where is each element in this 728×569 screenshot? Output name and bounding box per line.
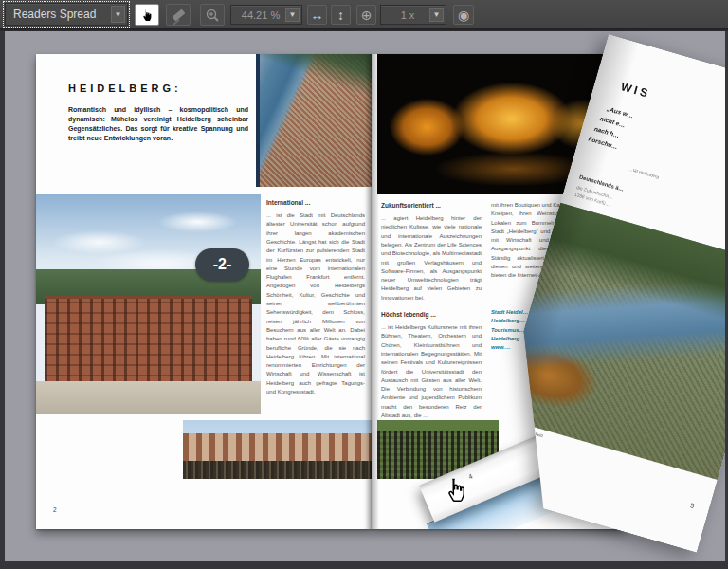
hand-cursor xyxy=(442,476,470,505)
scale-value: 1 x xyxy=(401,9,415,21)
zoom-step-button[interactable]: ⊕ xyxy=(356,5,376,25)
scale-combo[interactable]: 1 x ▼ xyxy=(380,5,446,25)
column-body: ... ist die Stadt mit Deutschlands ältes… xyxy=(266,211,365,396)
page-indicator-badge: -2- xyxy=(195,248,249,281)
fit-width-icon: ↔ xyxy=(311,9,324,22)
zoom-percent-combo[interactable]: 44.21 % ▼ xyxy=(230,5,302,25)
view-mode-dropdown[interactable]: Readers Spread ▼ xyxy=(5,3,128,26)
flipbook-viewer-window: Readers Spread ▼ 44.21 % ▼ ↔ ↕ ⊕ xyxy=(0,0,728,569)
left-page[interactable]: HEIDELBERG: Romantisch und idyllisch – k… xyxy=(36,54,372,529)
photo-buildings xyxy=(183,433,372,464)
zoom-percent-value: 44.21 % xyxy=(242,9,280,21)
quote-line: nicht e… xyxy=(599,115,626,128)
chevron-down-icon[interactable]: ▼ xyxy=(111,6,125,23)
page-number-left: 2 xyxy=(53,506,57,513)
hand-icon xyxy=(139,8,155,23)
photo-building-facade xyxy=(45,296,251,387)
fit-height-icon: ↕ xyxy=(337,9,344,22)
photo-caption: …tät Heidelberg xyxy=(628,167,660,180)
viewer-frame-left xyxy=(0,31,5,569)
photo-university-building xyxy=(36,194,261,414)
chevron-down-icon[interactable]: ▼ xyxy=(429,8,444,22)
text-column-international: International ... ... ist die Stadt mit … xyxy=(266,198,365,396)
text-column-zukunft: Zukunftsorientiert ... ... agiert Heidel… xyxy=(381,201,482,420)
hand-tool-button[interactable] xyxy=(135,4,159,26)
photo-market-square xyxy=(183,420,372,479)
target-button[interactable]: ◉ xyxy=(453,5,474,25)
photo-crowd xyxy=(183,461,372,479)
view-mode-value: Readers Spread xyxy=(13,8,96,21)
column-heading: International ... xyxy=(266,198,365,208)
column-body: ... ist Heidelbergs Kulturszene mit ihre… xyxy=(381,323,482,420)
fit-width-button[interactable]: ↔ xyxy=(307,5,327,25)
marker-tool-button[interactable] xyxy=(166,4,191,26)
page-title: HEIDELBERG: xyxy=(68,83,182,94)
target-icon: ◉ xyxy=(458,9,469,22)
page-number-next: 5 xyxy=(690,502,696,509)
photo-foreground xyxy=(36,381,261,414)
circle-plus-icon: ⊕ xyxy=(361,9,373,22)
toolbar: Readers Spread ▼ 44.21 % ▼ ↔ ↕ ⊕ xyxy=(0,0,728,28)
intro-paragraph: Romantisch und idyllisch – kosmopolitisc… xyxy=(68,105,248,144)
zoom-in-magnifier-icon xyxy=(205,8,220,23)
column-heading: Zukunftsorientiert ... xyxy=(381,201,482,211)
chevron-down-icon[interactable]: ▼ xyxy=(285,8,300,22)
column-heading: Höchst lebendig ... xyxy=(381,310,482,320)
fit-height-button[interactable]: ↕ xyxy=(331,5,351,25)
zoom-tool-button[interactable] xyxy=(200,4,225,26)
viewer-frame-bottom xyxy=(0,561,728,569)
column-body: ... agiert Heidelberg hinter der niedlic… xyxy=(381,214,482,303)
document-viewer-area: HEIDELBERG: Romantisch und idyllisch – k… xyxy=(5,31,725,561)
marker-icon xyxy=(172,9,185,21)
photo-aerial-old-town xyxy=(256,54,375,187)
next-page-heading: WIS xyxy=(619,80,651,101)
